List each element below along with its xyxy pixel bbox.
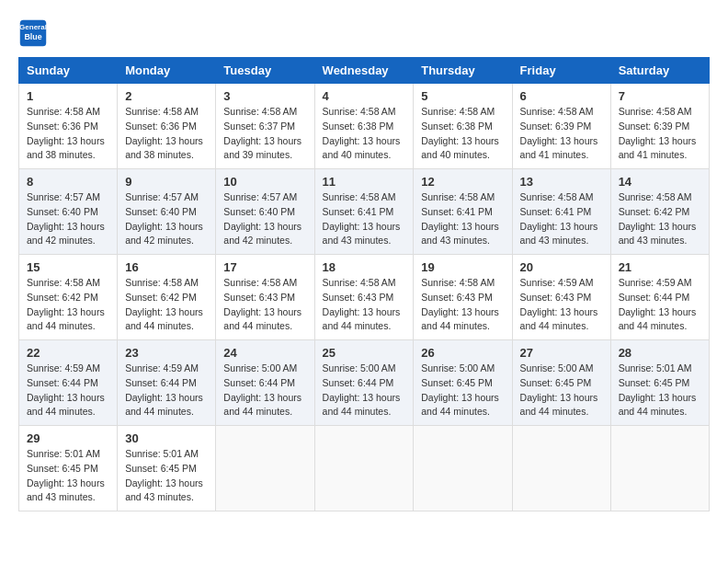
weekday-header: Saturday [610,58,709,84]
calendar-day-cell: 21 Sunrise: 4:59 AMSunset: 6:44 PMDaylig… [610,255,709,340]
calendar-day-cell [610,426,709,511]
calendar-day-cell: 22 Sunrise: 4:59 AMSunset: 6:44 PMDaylig… [19,340,118,426]
calendar-day-cell: 30 Sunrise: 5:01 AMSunset: 6:45 PMDaylig… [118,426,216,511]
day-info: Sunrise: 4:59 AMSunset: 6:44 PMDaylight:… [27,362,105,417]
day-number: 25 [323,346,406,360]
calendar-day-cell: 6 Sunrise: 4:58 AMSunset: 6:39 PMDayligh… [512,84,610,169]
day-number: 4 [323,89,406,103]
calendar-day-cell: 29 Sunrise: 5:01 AMSunset: 6:45 PMDaylig… [19,426,118,511]
calendar-day-cell [314,426,414,511]
day-info: Sunrise: 5:00 AMSunset: 6:45 PMDaylight:… [520,362,598,417]
weekday-header: Wednesday [314,58,414,84]
calendar-day-cell: 4 Sunrise: 4:58 AMSunset: 6:38 PMDayligh… [314,84,414,169]
calendar-day-cell: 16 Sunrise: 4:58 AMSunset: 6:42 PMDaylig… [118,255,216,340]
day-number: 23 [125,346,208,360]
day-number: 16 [125,260,208,274]
day-info: Sunrise: 4:58 AMSunset: 6:43 PMDaylight:… [421,277,499,331]
calendar-day-cell: 28 Sunrise: 5:01 AMSunset: 6:45 PMDaylig… [610,340,709,426]
day-info: Sunrise: 4:58 AMSunset: 6:43 PMDaylight:… [323,277,401,331]
day-number: 27 [520,346,603,360]
day-info: Sunrise: 5:00 AMSunset: 6:44 PMDaylight:… [223,362,301,417]
day-info: Sunrise: 4:58 AMSunset: 6:36 PMDaylight:… [125,106,203,160]
day-info: Sunrise: 4:58 AMSunset: 6:41 PMDaylight:… [520,191,598,246]
weekday-header: Friday [512,58,610,84]
day-info: Sunrise: 4:59 AMSunset: 6:44 PMDaylight:… [125,362,203,417]
calendar-day-cell: 24 Sunrise: 5:00 AMSunset: 6:44 PMDaylig… [216,340,314,426]
day-info: Sunrise: 4:58 AMSunset: 6:42 PMDaylight:… [27,277,105,331]
svg-text:General: General [19,23,47,31]
day-info: Sunrise: 4:57 AMSunset: 6:40 PMDaylight:… [223,191,301,246]
calendar-day-cell: 1 Sunrise: 4:58 AMSunset: 6:36 PMDayligh… [19,84,118,169]
calendar-week-row: 22 Sunrise: 4:59 AMSunset: 6:44 PMDaylig… [19,340,710,426]
calendar-day-cell: 2 Sunrise: 4:58 AMSunset: 6:36 PMDayligh… [118,84,216,169]
weekday-header: Monday [118,58,216,84]
calendar-day-cell: 7 Sunrise: 4:58 AMSunset: 6:39 PMDayligh… [610,84,709,169]
day-info: Sunrise: 5:00 AMSunset: 6:45 PMDaylight:… [421,362,499,417]
day-info: Sunrise: 5:00 AMSunset: 6:44 PMDaylight:… [323,362,401,417]
weekday-header: Thursday [414,58,512,84]
day-number: 7 [619,89,701,103]
day-number: 10 [223,175,306,189]
day-info: Sunrise: 4:58 AMSunset: 6:41 PMDaylight:… [323,191,401,246]
calendar-day-cell: 27 Sunrise: 5:00 AMSunset: 6:45 PMDaylig… [512,340,610,426]
day-info: Sunrise: 4:57 AMSunset: 6:40 PMDaylight:… [125,191,203,246]
day-number: 22 [27,346,109,360]
calendar-week-row: 15 Sunrise: 4:58 AMSunset: 6:42 PMDaylig… [19,255,710,340]
day-info: Sunrise: 4:58 AMSunset: 6:41 PMDaylight:… [421,191,499,246]
day-number: 11 [323,175,406,189]
calendar-day-cell: 20 Sunrise: 4:59 AMSunset: 6:43 PMDaylig… [512,255,610,340]
day-info: Sunrise: 5:01 AMSunset: 6:45 PMDaylight:… [125,448,203,502]
day-number: 19 [421,260,504,274]
calendar-week-row: 29 Sunrise: 5:01 AMSunset: 6:45 PMDaylig… [19,426,710,511]
calendar-day-cell [216,426,314,511]
day-info: Sunrise: 4:58 AMSunset: 6:42 PMDaylight:… [619,191,697,246]
day-number: 12 [421,175,504,189]
day-info: Sunrise: 4:58 AMSunset: 6:38 PMDaylight:… [421,106,499,160]
day-number: 2 [125,89,208,103]
calendar-day-cell [512,426,610,511]
day-info: Sunrise: 4:59 AMSunset: 6:43 PMDaylight:… [520,277,598,331]
calendar-day-cell: 26 Sunrise: 5:00 AMSunset: 6:45 PMDaylig… [414,340,512,426]
day-number: 14 [619,175,701,189]
day-info: Sunrise: 4:57 AMSunset: 6:40 PMDaylight:… [27,191,105,246]
calendar-week-row: 1 Sunrise: 4:58 AMSunset: 6:36 PMDayligh… [19,84,710,169]
calendar-day-cell: 9 Sunrise: 4:57 AMSunset: 6:40 PMDayligh… [118,169,216,255]
day-info: Sunrise: 4:59 AMSunset: 6:44 PMDaylight:… [619,277,697,331]
day-info: Sunrise: 4:58 AMSunset: 6:38 PMDaylight:… [323,106,401,160]
page-header: General Blue [18,18,710,48]
calendar-day-cell: 19 Sunrise: 4:58 AMSunset: 6:43 PMDaylig… [414,255,512,340]
logo-icon: General Blue [18,18,48,48]
day-info: Sunrise: 4:58 AMSunset: 6:39 PMDaylight:… [619,106,697,160]
day-number: 9 [125,175,208,189]
day-info: Sunrise: 4:58 AMSunset: 6:37 PMDaylight:… [223,106,301,160]
day-number: 15 [27,260,109,274]
day-number: 6 [520,89,603,103]
calendar-day-cell: 23 Sunrise: 4:59 AMSunset: 6:44 PMDaylig… [118,340,216,426]
day-number: 28 [619,346,701,360]
day-number: 8 [27,175,109,189]
day-info: Sunrise: 5:01 AMSunset: 6:45 PMDaylight:… [27,448,105,502]
calendar-day-cell: 14 Sunrise: 4:58 AMSunset: 6:42 PMDaylig… [610,169,709,255]
calendar-day-cell: 5 Sunrise: 4:58 AMSunset: 6:38 PMDayligh… [414,84,512,169]
day-number: 18 [323,260,406,274]
calendar-day-cell: 25 Sunrise: 5:00 AMSunset: 6:44 PMDaylig… [314,340,414,426]
calendar-day-cell: 13 Sunrise: 4:58 AMSunset: 6:41 PMDaylig… [512,169,610,255]
day-number: 1 [27,89,109,103]
day-number: 17 [223,260,306,274]
calendar-header-row: SundayMondayTuesdayWednesdayThursdayFrid… [19,58,710,84]
calendar-day-cell: 11 Sunrise: 4:58 AMSunset: 6:41 PMDaylig… [314,169,414,255]
day-number: 3 [223,89,306,103]
weekday-header: Sunday [19,58,118,84]
calendar-week-row: 8 Sunrise: 4:57 AMSunset: 6:40 PMDayligh… [19,169,710,255]
calendar-day-cell: 18 Sunrise: 4:58 AMSunset: 6:43 PMDaylig… [314,255,414,340]
day-number: 30 [125,431,208,445]
day-info: Sunrise: 4:58 AMSunset: 6:43 PMDaylight:… [223,277,301,331]
day-number: 20 [520,260,603,274]
day-number: 26 [421,346,504,360]
weekday-header: Tuesday [216,58,314,84]
calendar-day-cell: 3 Sunrise: 4:58 AMSunset: 6:37 PMDayligh… [216,84,314,169]
day-number: 13 [520,175,603,189]
calendar-day-cell [414,426,512,511]
calendar-day-cell: 12 Sunrise: 4:58 AMSunset: 6:41 PMDaylig… [414,169,512,255]
day-info: Sunrise: 5:01 AMSunset: 6:45 PMDaylight:… [619,362,697,417]
